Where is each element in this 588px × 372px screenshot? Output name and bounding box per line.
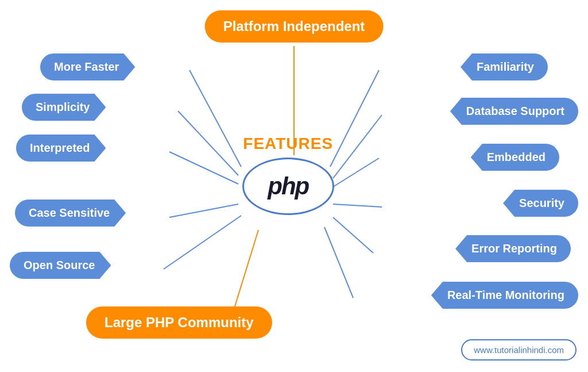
svg-line-11	[324, 227, 353, 298]
php-logo-text: php	[268, 172, 308, 200]
svg-line-8	[333, 158, 379, 187]
simplicity-pill: Simplicity	[22, 94, 106, 121]
interpreted-pill: Interpreted	[16, 135, 106, 162]
svg-line-3	[169, 204, 238, 217]
svg-line-10	[333, 217, 373, 253]
website-badge: www.tutorialinhindi.com	[461, 339, 577, 361]
familiarity-pill: Familiarity	[461, 53, 548, 80]
svg-line-6	[330, 70, 379, 167]
error-reporting-pill: Error Reporting	[455, 235, 571, 262]
main-container: FEATURES php Platform Independent More F…	[0, 0, 588, 372]
embedded-pill: Embedded	[471, 144, 559, 171]
svg-line-4	[164, 216, 241, 269]
svg-line-9	[333, 204, 382, 207]
php-ellipse: php	[242, 158, 334, 215]
security-pill: Security	[503, 190, 578, 217]
large-php-community-pill: Large PHP Community	[86, 306, 272, 339]
svg-line-1	[178, 111, 238, 175]
case-sensitive-pill: Case Sensitive	[15, 200, 126, 227]
more-faster-pill: More Faster	[40, 53, 135, 80]
svg-line-7	[333, 115, 382, 178]
open-source-pill: Open Source	[10, 252, 111, 279]
database-support-pill: Database Support	[450, 98, 578, 125]
platform-independent-pill: Platform Independent	[205, 10, 384, 43]
features-label: FEATURES	[243, 135, 333, 153]
svg-line-2	[169, 152, 238, 184]
svg-line-0	[189, 70, 241, 167]
real-time-monitoring-pill: Real-Time Monitoring	[431, 282, 578, 309]
website-url: www.tutorialinhindi.com	[474, 345, 564, 355]
php-center: FEATURES php	[242, 135, 334, 215]
